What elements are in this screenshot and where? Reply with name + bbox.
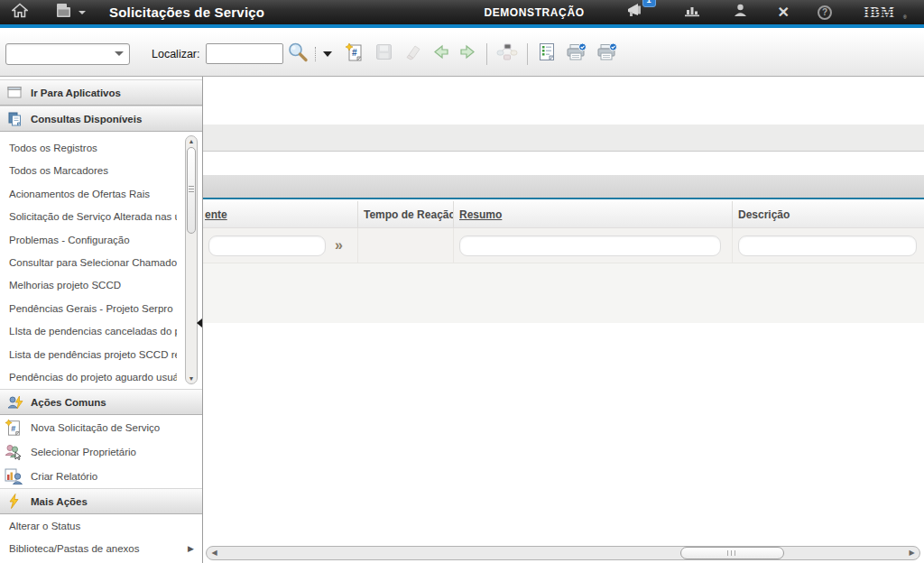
action-label: Alterar o Status	[9, 521, 80, 531]
divider	[486, 43, 487, 65]
scroll-right-icon[interactable]: ▶	[906, 548, 918, 558]
filter-more-icon[interactable]: »	[335, 238, 343, 253]
vertical-scroll-thumb[interactable]	[187, 147, 196, 234]
filter-input-requester[interactable]	[208, 235, 326, 256]
announcements-button[interactable]: 1	[626, 3, 646, 22]
query-item[interactable]: Melhorias projeto SCCD	[0, 274, 177, 297]
filter-input-description[interactable]	[738, 235, 917, 256]
column-header-description: Descrição	[733, 201, 924, 227]
print-with-attachments-button[interactable]	[596, 43, 618, 65]
query-item[interactable]: Pendências do projeto aguardo usuário	[0, 366, 177, 389]
save-icon	[375, 43, 393, 64]
applications-menu-button[interactable]	[54, 3, 86, 22]
select-owner-icon	[5, 444, 23, 460]
query-list: Todos os Registros Todos os Marcadores A…	[0, 132, 202, 389]
query-item[interactable]: Todos os Registros	[0, 137, 177, 160]
new-record-button[interactable]: #	[345, 42, 365, 66]
query-list-scrollbar[interactable]: ▲ ▼	[185, 135, 198, 384]
reports-button[interactable]	[684, 4, 700, 21]
create-report-icon	[5, 468, 23, 485]
search-icon	[287, 42, 309, 66]
sidebar-header-go-to-apps[interactable]: Ir Para Aplicativos	[0, 79, 202, 106]
query-item[interactable]: Acionamentos de Ofertas Rais	[0, 183, 177, 206]
svg-text:#: #	[352, 48, 357, 58]
profile-button[interactable]	[734, 4, 747, 21]
query-item[interactable]: LIsta de pendencias canceladas do p...	[0, 320, 177, 343]
horizontal-scroll-thumb[interactable]	[680, 547, 784, 559]
saved-query-select[interactable]	[5, 43, 130, 65]
chevron-down-icon	[323, 51, 332, 57]
find-input[interactable]	[206, 43, 283, 64]
query-item[interactable]: Pendências Gerais - Projeto Serpro	[0, 298, 177, 320]
action-change-status[interactable]: Alterar o Status	[0, 514, 202, 537]
query-item[interactable]: Problemas - Configuração	[0, 229, 177, 252]
filter-cell	[358, 228, 454, 263]
application-toolbar: Localizar: #	[0, 32, 924, 77]
scroll-left-icon[interactable]: ◀	[208, 548, 220, 558]
main-content: ente Tempo de Reação Resumo Descrição » …	[203, 77, 924, 563]
printer-check-icon	[566, 43, 587, 65]
save-button[interactable]	[375, 43, 393, 64]
scroll-down-icon[interactable]: ▼	[186, 375, 197, 382]
workflow-button[interactable]	[496, 43, 518, 64]
query-item[interactable]: Todos os Marcadores	[0, 160, 177, 182]
submenu-arrow-icon: ▶	[188, 544, 194, 553]
select-caret-icon	[115, 51, 124, 56]
search-options-button[interactable]	[318, 51, 332, 57]
ibm-logo-icon: IBM ®	[863, 5, 910, 21]
action-select-owner[interactable]: Selecionar Proprietário	[0, 439, 202, 464]
action-attachments-library[interactable]: Biblioteca/Pastas de anexos ▶	[0, 537, 202, 559]
query-item[interactable]: Lista de pendências projeto SCCD re...	[0, 344, 177, 366]
print-button[interactable]	[566, 43, 587, 65]
scroll-up-icon[interactable]: ▲	[186, 138, 197, 144]
sidebar-header-label: Mais Ações	[31, 496, 88, 507]
svg-text:IBM: IBM	[864, 5, 895, 20]
table-header-row: ente Tempo de Reação Resumo Descrição	[203, 201, 924, 228]
person-lightning-icon	[7, 395, 23, 410]
action-new-service-request[interactable]: # Nova Solicitação de Serviço	[0, 415, 202, 439]
sidebar-header-common-actions[interactable]: Ações Comuns	[0, 389, 202, 415]
arrow-right-icon	[459, 44, 477, 63]
close-icon: ✕	[778, 5, 790, 20]
top-navigation-bar: Solicitações de Serviço DEMONSTRAÇÃO 1	[0, 0, 924, 28]
help-button[interactable]: ?	[818, 5, 832, 20]
logout-button[interactable]: ✕	[778, 5, 790, 20]
column-header-summary[interactable]: Resumo	[454, 201, 733, 227]
printer-check-icon	[596, 43, 618, 65]
horizontal-scrollbar[interactable]: ◀ ▶	[206, 546, 920, 560]
content-band	[203, 125, 924, 152]
home-icon	[12, 3, 28, 22]
environment-label: DEMONSTRAÇÃO	[484, 6, 584, 19]
run-reports-button[interactable]	[539, 42, 555, 65]
search-button[interactable]	[287, 42, 309, 66]
filter-input-summary[interactable]	[459, 235, 721, 256]
next-record-button[interactable]	[459, 44, 477, 63]
action-label: Criar Relatório	[31, 471, 97, 482]
sidebar-collapse-handle[interactable]	[197, 313, 204, 333]
filter-cell: »	[203, 228, 358, 263]
report-list-icon	[539, 42, 555, 65]
clear-changes-button[interactable]	[402, 43, 421, 64]
query-item[interactable]: Consultar para Selecionar Chamado...	[0, 252, 177, 274]
action-create-report[interactable]: Criar Relatório	[0, 464, 202, 488]
svg-text:#: #	[11, 423, 15, 432]
sidebar-header-available-queries[interactable]: Consultas Disponíveis	[0, 106, 202, 132]
column-header-requester[interactable]: ente	[203, 201, 358, 227]
help-icon: ?	[818, 5, 832, 20]
sidebar-header-label: Consultas Disponíveis	[31, 114, 142, 125]
bar-chart-icon	[684, 4, 700, 21]
query-item[interactable]: Solicitação de Serviço Alterada nas ú...	[0, 206, 177, 228]
lightning-icon	[7, 494, 23, 509]
table-filter-row: »	[203, 228, 924, 263]
new-record-icon: #	[345, 42, 365, 66]
previous-record-button[interactable]	[431, 44, 449, 63]
collapse-left-icon	[197, 318, 202, 328]
home-button[interactable]	[12, 3, 28, 22]
page-title: Solicitações de Serviço	[109, 5, 264, 20]
sidebar-header-label: Ir Para Aplicativos	[31, 88, 121, 98]
application-window-icon	[7, 86, 23, 99]
brand-logo: IBM ®	[863, 5, 910, 21]
divider	[527, 43, 528, 65]
sidebar-header-more-actions[interactable]: Mais Ações	[0, 488, 202, 514]
action-label: Biblioteca/Pastas de anexos	[9, 543, 139, 554]
